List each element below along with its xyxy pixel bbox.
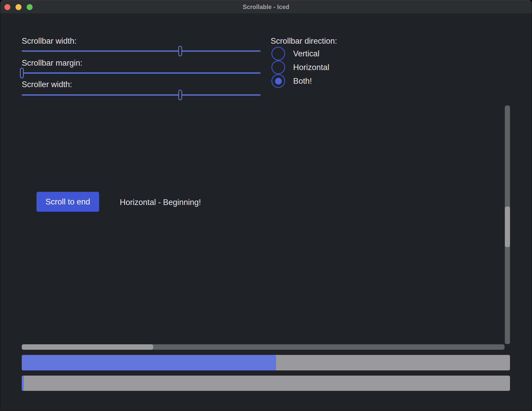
- radio-option-horizontal[interactable]: Horizontal: [271, 60, 329, 74]
- traffic-lights: [4, 1, 33, 13]
- radio-option-both[interactable]: Both!: [271, 74, 329, 88]
- horizontal-scroller-thumb[interactable]: [22, 344, 153, 350]
- vertical-scroller-thumb[interactable]: [505, 207, 510, 247]
- scrollbar-direction-group: Vertical Horizontal Both!: [271, 47, 329, 88]
- scroll-to-end-button[interactable]: Scroll to end: [36, 192, 99, 212]
- scrollbar-width-label: Scrollbar width:: [22, 37, 77, 45]
- vertical-scrollbar-track[interactable]: [505, 105, 510, 344]
- radio-label: Horizontal: [293, 63, 329, 72]
- app-window: Scrollable - Iced Scrollbar width: Scrol…: [0, 0, 532, 411]
- radio-label: Both!: [293, 77, 312, 86]
- horizontal-scrollbar-track[interactable]: [22, 344, 505, 350]
- minimize-window-icon[interactable]: [16, 4, 21, 10]
- scroller-width-label: Scroller width:: [22, 80, 72, 89]
- progress-fill: [22, 376, 24, 391]
- scroller-width-slider[interactable]: [22, 90, 261, 100]
- vertical-progress-bar: [22, 376, 510, 391]
- scrollbar-margin-label: Scrollbar margin:: [22, 59, 82, 67]
- scroll-status-text: Horizontal - Beginning!: [120, 198, 201, 207]
- close-window-icon[interactable]: [4, 4, 10, 10]
- horizontal-progress-bar: [22, 355, 510, 370]
- slider-rail: [22, 50, 261, 52]
- slider-rail: [22, 94, 261, 96]
- radio-dot-icon: [275, 78, 282, 85]
- radio-label: Vertical: [293, 49, 320, 58]
- slider-handle[interactable]: [178, 46, 182, 56]
- radio-option-vertical[interactable]: Vertical: [271, 47, 329, 60]
- title-bar: Scrollable - Iced: [0, 0, 532, 14]
- progress-fill: [22, 355, 276, 370]
- scrollbar-margin-slider[interactable]: [22, 68, 261, 78]
- radio-circle-icon: [271, 47, 285, 60]
- slider-handle[interactable]: [178, 90, 182, 100]
- scrollbar-width-slider[interactable]: [22, 46, 261, 56]
- radio-circle-icon: [271, 60, 285, 74]
- radio-circle-icon: [271, 74, 285, 88]
- slider-handle[interactable]: [20, 68, 24, 78]
- window-title: Scrollable - Iced: [243, 4, 289, 11]
- fullscreen-window-icon[interactable]: [27, 4, 33, 10]
- slider-rail: [22, 72, 261, 74]
- scrollbar-direction-label: Scrollbar direction:: [271, 37, 337, 45]
